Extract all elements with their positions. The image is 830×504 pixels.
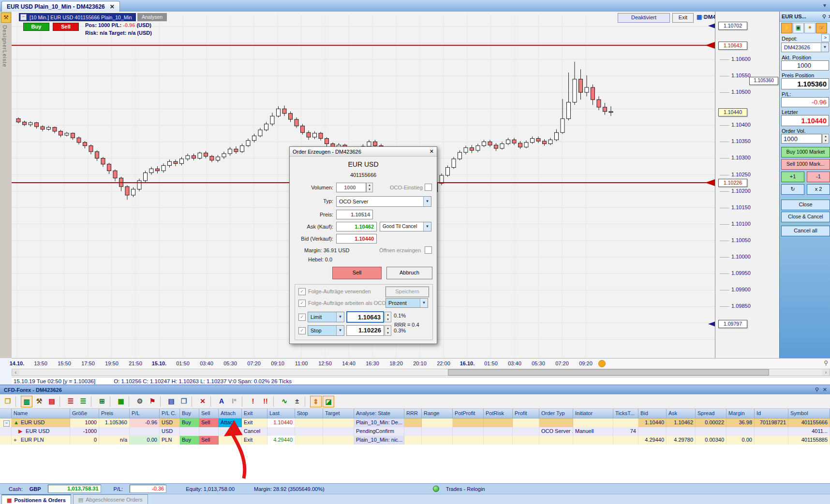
collapse-icon[interactable]: − [20, 14, 27, 20]
order-ticket-icon[interactable]: ▤ [165, 396, 177, 407]
alert-icon[interactable]: ! [247, 396, 259, 407]
cell-sell[interactable]: Sell [199, 436, 219, 445]
orderbook-icon[interactable]: ❒ [178, 396, 190, 407]
candle-chart-icon[interactable]: ▥ [21, 396, 32, 407]
order-dialog-titlebar[interactable]: Order Erzeugen - DM423626 ✕ [290, 147, 437, 157]
column-header-gutter[interactable] [0, 409, 12, 418]
limit-price-input[interactable]: 1.10643 [346, 311, 384, 323]
column-header-buy[interactable]: Buy [180, 409, 199, 418]
open-chart-icon[interactable]: ❐ [2, 396, 14, 407]
cell-gutter[interactable] [0, 436, 12, 445]
chart-exit-button[interactable]: Exit [672, 13, 694, 23]
dialog-abbruch-button[interactable]: Abbruch [386, 267, 432, 279]
chart-mini-icon[interactable]: ▣ [793, 23, 804, 33]
minus-one-button[interactable]: -1 [807, 172, 830, 182]
flag-icon[interactable]: ⚑ [147, 396, 158, 407]
column-header-range[interactable]: Range [422, 409, 453, 418]
cell-exit[interactable]: Cancel [242, 427, 267, 436]
cell-buy[interactable]: Buy [180, 436, 199, 445]
overlay-icon[interactable]: ◪ [323, 396, 334, 407]
cell-buy[interactable]: Buy [180, 418, 199, 427]
plus-one-button[interactable]: +1 [781, 172, 804, 182]
analysen-button[interactable]: Analysen [137, 13, 167, 21]
column-header-name[interactable]: Name [12, 409, 70, 418]
folge-oco-checkbox[interactable]: ✓ [298, 300, 306, 307]
reverse-position-button[interactable]: ↻ [781, 184, 804, 195]
cell-attach[interactable]: Attach [219, 418, 242, 427]
column-header-tickst[interactable]: TicksT... [613, 409, 638, 418]
cancel-all-button[interactable]: Cancel all [781, 226, 830, 236]
cell-buy[interactable] [180, 427, 199, 436]
cell-exit[interactable]: Exit [242, 418, 267, 427]
text-label-disabled-icon[interactable]: I* [228, 396, 240, 407]
tick-chart-icon[interactable]: ∿ [279, 396, 290, 407]
column-header-spread[interactable]: Spread [696, 409, 726, 418]
depot-select[interactable]: DM423626▼ [781, 43, 829, 52]
chevron-down-icon[interactable]: ▾ [823, 2, 826, 9]
red-lines-icon[interactable]: ☰ [65, 396, 76, 407]
tif-select[interactable]: Good Til Cancel▼ [380, 222, 431, 231]
designer-tools-icon[interactable]: ⚒ [1, 13, 11, 23]
quote-table-icon[interactable]: ▦ [115, 396, 127, 407]
close-icon[interactable]: ✕ [828, 14, 830, 20]
deaktiviert-button[interactable]: Deaktiviert [618, 13, 670, 23]
limit-checkbox[interactable]: ✓ [298, 314, 306, 321]
close-position-button[interactable]: Close [781, 200, 830, 210]
column-header-bid[interactable]: Bid [638, 409, 667, 418]
column-header-plc[interactable]: P/L C. [160, 409, 180, 418]
scroll-right-icon[interactable]: › [822, 369, 830, 375]
folge-verwenden-checkbox[interactable]: ✓ [298, 288, 306, 295]
stop-type-select[interactable]: Stop▼ [308, 325, 344, 336]
column-header-target[interactable]: Target [323, 409, 354, 418]
column-header-ordertyp[interactable]: Order Typ [539, 409, 573, 418]
column-header-rrr[interactable]: RRR [404, 409, 422, 418]
pin-icon[interactable]: ⚲ [822, 14, 826, 20]
tab-abgeschlossene-orders[interactable]: ▤ Abgeschlossene Orders [73, 494, 148, 504]
hand-tool-icon[interactable]: ☞ [816, 23, 827, 33]
column-header-ask[interactable]: Ask [667, 409, 696, 418]
volumen-input[interactable]: 1000 [336, 183, 366, 192]
order-vol-stepper[interactable]: ▲▼ [822, 134, 829, 144]
column-header-attach[interactable]: Attach [219, 409, 242, 418]
alarm-icon[interactable]: ✴ [804, 23, 815, 33]
column-header-profit[interactable]: Profit [513, 409, 539, 418]
oco-einstieg-checkbox[interactable] [425, 184, 432, 191]
stop-price-input[interactable]: 1.10226 [346, 325, 384, 336]
column-header-stop[interactable]: Stop [295, 409, 323, 418]
double-position-button[interactable]: x 2 [807, 184, 830, 195]
cell-exit[interactable]: Exit [242, 436, 267, 445]
text-label-icon[interactable]: A [216, 396, 227, 407]
sell-market-button[interactable]: Sell 1000 Mark... [781, 159, 830, 170]
column-header-margin[interactable]: Margin [726, 409, 755, 418]
stop-checkbox[interactable]: ✓ [298, 327, 306, 334]
column-header-symbol[interactable]: Symbol [788, 409, 830, 418]
delete-icon[interactable]: ✕ [197, 396, 208, 407]
chart-buy-button[interactable]: Buy [23, 23, 49, 31]
updown-icon[interactable]: ⇕ [310, 396, 322, 407]
speichern-button[interactable]: Speichern [385, 287, 429, 297]
limit-stepper[interactable]: ▲▼ [385, 312, 391, 322]
bid-value[interactable]: 1.10440 [336, 234, 377, 244]
column-header-pl[interactable]: P/L [130, 409, 160, 418]
close-cancel-button[interactable]: Close & Cancel [781, 212, 830, 222]
column-header-exit[interactable]: Exit [242, 409, 267, 418]
chart-window-tab[interactable]: EUR USD Plain_10_Min - DM423626 ✕ [1, 1, 120, 12]
oeffnen-checkbox[interactable] [425, 246, 432, 254]
scroll-left-icon[interactable]: ‹ [12, 369, 19, 375]
pin-icon[interactable]: ⚲ [815, 387, 819, 393]
green-lines-icon[interactable]: ☰ [77, 396, 89, 407]
add-position-icon[interactable]: ⊞ [96, 396, 108, 407]
dialog-sell-button[interactable]: Sell [332, 267, 382, 279]
scrollbar-thumb[interactable] [448, 369, 769, 375]
column-header-potrisk[interactable]: PotRisk [484, 409, 513, 418]
volumen-stepper[interactable]: ▲▼ [366, 183, 373, 192]
column-header-price[interactable]: Preis [99, 409, 130, 418]
tab-positionen-orders[interactable]: ▦ Positionen & Orders [1, 494, 71, 504]
cell-gutter[interactable]: − [0, 418, 12, 427]
column-header-sell[interactable]: Sell [199, 409, 219, 418]
chart-tools-icon[interactable]: ⚒ [33, 396, 45, 407]
column-header-initiator[interactable]: Initiator [573, 409, 613, 418]
order-vol-input[interactable]: 1000 [781, 134, 822, 144]
price-axis[interactable]: 1.106001.105501.105001.104001.103501.103… [715, 12, 780, 358]
table-row[interactable]: ▶ EUR USD-1000USDCancelPendingConfirmOCO… [0, 427, 830, 436]
